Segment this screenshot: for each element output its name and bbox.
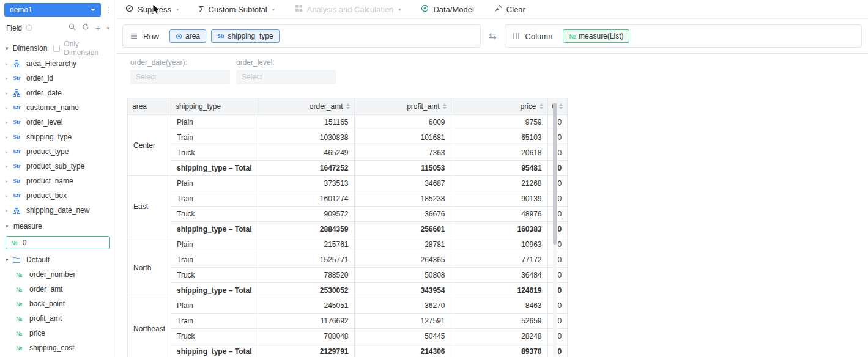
field-item-label: product_sub_type	[26, 162, 84, 171]
table-scrollbar-thumb[interactable]	[553, 103, 557, 245]
cell-price: 77172	[451, 252, 547, 268]
cell-order_amt: 2884359	[258, 222, 354, 237]
main-area: Suppress ▾ Σ Custom Subtotal ▾ Analysis …	[116, 0, 868, 357]
only-dimension-checkbox[interactable]	[53, 45, 60, 52]
table-scrollbar-track[interactable]	[553, 98, 557, 357]
data-model-button[interactable]: Data/Model	[421, 4, 473, 14]
column-header-zero: 0	[547, 98, 568, 115]
subtotal-row: shipping_type – Total2530052343954124619…	[128, 283, 568, 298]
field-item-order_level[interactable]: ▸Strorder_level	[0, 115, 116, 130]
measure-section-header: ▾ measure	[0, 218, 116, 234]
cell-price: 21268	[451, 176, 547, 191]
measure-item-label: price	[29, 329, 45, 337]
custom-subtotal-button[interactable]: Σ Custom Subtotal ▾	[199, 5, 275, 14]
cell-profit_amt: 256601	[354, 222, 451, 237]
field-item-shipping_type[interactable]: ▸Strshipping_type	[0, 130, 116, 144]
cell-profit_amt: 101681	[354, 130, 451, 145]
dataset-selector[interactable]: demo1	[4, 3, 101, 17]
cell-price: 52659	[451, 314, 547, 329]
folder-default[interactable]: ▾ Default	[0, 252, 116, 267]
filter-select[interactable]: Select	[130, 70, 230, 84]
measure-item-shipping_cost[interactable]: №shipping_cost	[0, 340, 116, 355]
expand-icon: ▸	[6, 90, 13, 96]
cell-order_amt: 151165	[258, 115, 354, 130]
dimension-section-header: ▾ Dimension Only Dimension	[0, 40, 116, 56]
field-item-product_box[interactable]: ▸Strproduct_box	[0, 188, 116, 203]
table-row: Truck90957236676489760	[128, 207, 568, 222]
measure-item-price[interactable]: №price	[0, 326, 116, 340]
field-item-order_date[interactable]: ▸order_date	[0, 86, 116, 100]
field-item-customer_name[interactable]: ▸Strcustomer_name	[0, 100, 116, 115]
cell-price: 28248	[451, 329, 547, 344]
measure-item-order_number[interactable]: №order_number	[0, 267, 116, 282]
field-item-order_id[interactable]: ▸Strorder_id	[0, 71, 116, 86]
sort-icon[interactable]	[540, 103, 543, 109]
column-header-content: shipping_type	[176, 102, 253, 111]
dataset-bar: demo1 ⋮	[0, 0, 116, 19]
measure-item-order_amt[interactable]: №order_amt	[0, 282, 116, 296]
cell-profit_amt: 50808	[354, 268, 451, 283]
column-icon	[513, 32, 520, 40]
refresh-icon[interactable]	[82, 23, 89, 32]
cell-price: 20618	[451, 145, 547, 161]
cell-shipping_type: Train	[171, 191, 258, 207]
hierarchy-icon	[13, 207, 26, 214]
measure-item-back_point[interactable]: №back_point	[0, 296, 116, 311]
geo-role-icon	[176, 33, 182, 40]
cell-price: 8463	[451, 298, 547, 314]
measure-zero-field[interactable]: № 0	[6, 236, 110, 249]
field-item-area_Hierarchy[interactable]: ▸area_Hierarchy	[0, 56, 116, 71]
cell-order_amt: 788520	[258, 268, 354, 283]
cell-order_amt: 1030838	[258, 130, 354, 145]
cell-shipping_type: Truck	[171, 145, 258, 161]
field-item-label: area_Hierarchy	[26, 59, 76, 68]
field-pill-shipping_type[interactable]: Strshipping_type	[211, 29, 280, 43]
cell-shipping_type: Truck	[171, 268, 258, 283]
collapse-icon[interactable]: ▾	[6, 45, 13, 51]
table-row: Truck78852050808364840	[128, 268, 568, 283]
collapse-icon[interactable]: ▾	[6, 223, 13, 229]
sort-icon[interactable]	[443, 103, 447, 109]
search-icon[interactable]	[69, 23, 76, 32]
shelf-bar: Row areaStrshipping_type ⇆ Column №measu…	[116, 19, 868, 54]
sort-icon[interactable]	[559, 103, 563, 109]
filter-select[interactable]: Select	[236, 70, 336, 84]
column-pills: №measure(List)	[563, 29, 629, 43]
cell-profit_amt: 34687	[354, 176, 451, 191]
swap-axes-icon[interactable]: ⇆	[489, 31, 497, 42]
field-pill-area[interactable]: area	[169, 29, 206, 43]
subtotal-row: shipping_type – Total2129791214306893700	[128, 344, 568, 357]
measure-item-label: order_amt	[29, 285, 63, 293]
subtotal-label-cell: shipping_type – Total	[171, 222, 258, 237]
string-type-icon: Str	[13, 163, 26, 169]
column-header-content: price	[456, 102, 543, 111]
chevron-down-icon[interactable]: ▾	[106, 25, 109, 31]
field-item-shipping_date_new[interactable]: ▸shipping_date_new	[0, 203, 116, 218]
data-model-icon	[421, 4, 429, 14]
string-type-icon: Str	[217, 33, 225, 39]
expand-icon: ▸	[6, 61, 13, 67]
measure-item-profit_amt[interactable]: №profit_amt	[0, 311, 116, 326]
column-header-content: order_amt	[262, 102, 350, 111]
sort-icon[interactable]	[346, 103, 350, 109]
clear-button[interactable]: Clear	[494, 4, 525, 14]
string-type-icon: Str	[13, 105, 26, 111]
cell-order_amt: 1601274	[258, 191, 354, 207]
field-item-product_sub_type[interactable]: ▸Strproduct_sub_type	[0, 159, 116, 174]
field-pill-measure(List)[interactable]: №measure(List)	[563, 29, 629, 43]
expand-icon: ▸	[6, 208, 13, 213]
column-header-content: profit_amt	[359, 102, 447, 111]
column-header-order_amt: order_amt	[258, 98, 354, 115]
suppress-button[interactable]: Suppress ▾	[125, 4, 179, 14]
cell-order_amt: 215761	[258, 237, 354, 252]
cell-zero: 0	[547, 268, 568, 283]
table-row: Truck70804850445282480	[128, 329, 568, 344]
pill-label: shipping_type	[228, 32, 273, 40]
kebab-menu-icon[interactable]: ⋮	[104, 5, 111, 15]
add-field-icon[interactable]: +	[95, 24, 100, 32]
table-row: Train1525771264365771720	[128, 252, 568, 268]
pill-label: measure(List)	[579, 32, 623, 40]
subtotal-label-cell: shipping_type – Total	[171, 283, 258, 298]
field-item-product_name[interactable]: ▸Strproduct_name	[0, 174, 116, 188]
field-item-product_type[interactable]: ▸Strproduct_type	[0, 144, 116, 159]
